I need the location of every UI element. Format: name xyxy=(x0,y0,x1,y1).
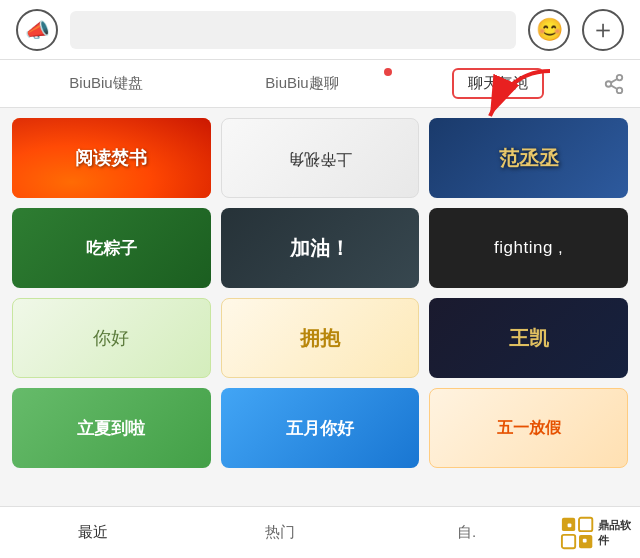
svg-rect-11 xyxy=(583,538,587,542)
bubble-item-1[interactable]: 阅读焚书 xyxy=(12,118,211,198)
bubble-grid: 阅读焚书 上帝视角 范丞丞 吃粽子 加油！ fighting , 你好 拥抱 王… xyxy=(0,108,640,478)
share-button[interactable] xyxy=(596,66,632,102)
bottom-bar: 最近 热门 自. 鼎品软件 xyxy=(0,506,640,558)
bubble-label-3: 范丞丞 xyxy=(499,145,559,172)
bubble-label-4: 吃粽子 xyxy=(86,237,137,260)
bubble-label-11: 五月你好 xyxy=(286,417,354,440)
bubble-label-12: 五一放假 xyxy=(497,418,561,439)
bottom-tab-hot[interactable]: 热门 xyxy=(187,507,374,558)
text-input[interactable] xyxy=(70,11,516,49)
bubble-item-2[interactable]: 上帝视角 xyxy=(221,118,420,198)
tab-notification-dot xyxy=(384,68,392,76)
plus-button[interactable]: ＋ xyxy=(582,9,624,51)
bubble-item-3[interactable]: 范丞丞 xyxy=(429,118,628,198)
svg-point-2 xyxy=(617,87,623,93)
bubble-label-7: 你好 xyxy=(93,326,129,350)
svg-line-3 xyxy=(611,85,617,89)
bottom-tab-self[interactable]: 自. xyxy=(373,507,560,558)
bubble-item-4[interactable]: 吃粽子 xyxy=(12,208,211,288)
logo-icon xyxy=(560,515,594,551)
bubble-item-6[interactable]: fighting , xyxy=(429,208,628,288)
bubble-item-8[interactable]: 拥抱 xyxy=(221,298,420,378)
svg-line-4 xyxy=(611,78,617,82)
bubble-item-7[interactable]: 你好 xyxy=(12,298,211,378)
bubble-item-5[interactable]: 加油！ xyxy=(221,208,420,288)
svg-point-0 xyxy=(617,74,623,80)
svg-rect-8 xyxy=(562,534,575,547)
bubble-item-10[interactable]: 立夏到啦 xyxy=(12,388,211,468)
plus-icon: ＋ xyxy=(590,12,616,47)
share-icon xyxy=(603,73,625,95)
bubble-label-10: 立夏到啦 xyxy=(77,417,145,440)
top-bar: 📣 😊 ＋ xyxy=(0,0,640,60)
bubble-label-6: fighting , xyxy=(494,238,563,258)
bubble-item-12[interactable]: 五一放假 xyxy=(429,388,628,468)
brand-logo: 鼎品软件 xyxy=(560,515,640,551)
bubble-label-5: 加油！ xyxy=(290,235,350,262)
voice-button[interactable]: 📣 xyxy=(16,9,58,51)
bubble-label-1: 阅读焚书 xyxy=(75,146,147,170)
svg-rect-10 xyxy=(568,523,572,527)
tab-bar: BiuBiu键盘 BiuBiu趣聊 聊天气泡 xyxy=(0,60,640,108)
svg-rect-7 xyxy=(579,517,592,530)
tab-biubiu-keyboard[interactable]: BiuBiu键盘 xyxy=(8,60,204,107)
bubble-label-9: 王凯 xyxy=(509,325,549,352)
emoji-icon: 😊 xyxy=(536,17,563,43)
bubble-item-9[interactable]: 王凯 xyxy=(429,298,628,378)
bubble-label-8: 拥抱 xyxy=(300,325,340,352)
bubble-item-11[interactable]: 五月你好 xyxy=(221,388,420,468)
bottom-tab-recent[interactable]: 最近 xyxy=(0,507,187,558)
emoji-button[interactable]: 😊 xyxy=(528,9,570,51)
bubble-label-2: 上帝视角 xyxy=(288,148,352,169)
tab-chat-bubble[interactable]: 聊天气泡 xyxy=(400,60,596,107)
voice-icon: 📣 xyxy=(25,18,50,42)
tab-biubiu-fun[interactable]: BiuBiu趣聊 xyxy=(204,60,400,107)
logo-text: 鼎品软件 xyxy=(598,518,640,548)
svg-point-1 xyxy=(606,81,612,87)
